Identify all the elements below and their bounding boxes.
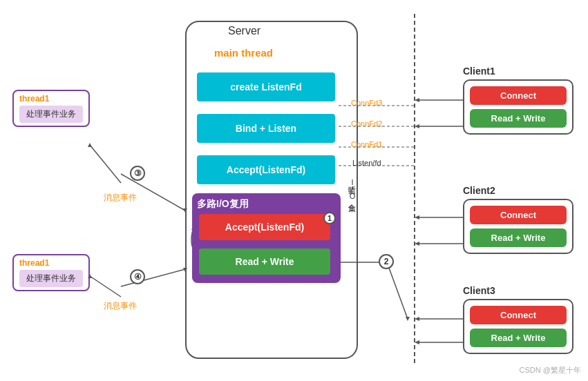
client2-box: Connect Read + Write xyxy=(463,199,573,254)
monitor-label: 监听I/O集合 xyxy=(347,181,357,196)
client3-rw: Read + Write xyxy=(470,329,567,347)
client1-box: Connect Read + Write xyxy=(463,79,573,135)
server-box xyxy=(185,21,358,359)
thread1-top-label: thread1 xyxy=(19,94,83,104)
svg-marker-14 xyxy=(415,215,419,219)
svg-marker-10 xyxy=(415,340,419,344)
msg-event-2-label: 消息事件 xyxy=(104,300,137,312)
block-create-listenfd: create ListenFd xyxy=(197,72,335,101)
client2-rw: Read + Write xyxy=(470,228,567,247)
block-bind-listen: Bind + Listen xyxy=(197,114,335,143)
svg-marker-6 xyxy=(415,124,419,128)
svg-line-19 xyxy=(90,145,121,183)
client1-connect: Connect xyxy=(470,86,567,105)
client2-section: Client2 Connect Read + Write xyxy=(463,185,573,254)
thread1-top-box: thread1 处理事件业务 xyxy=(12,90,90,127)
watermark: CSDN @繁星十年 xyxy=(520,365,581,375)
block-accept1: Accept(ListenFd) xyxy=(197,155,335,184)
client3-section: Client3 Connect Read + Write xyxy=(463,285,573,354)
circle-1: 1 xyxy=(323,212,336,224)
main-thread-label: main thread xyxy=(214,47,273,59)
svg-line-26 xyxy=(387,262,408,319)
svg-line-23 xyxy=(90,276,121,297)
multiplex-label: 多路I/O复用 xyxy=(197,198,249,211)
diagram: Server main thread create ListenFd Bind … xyxy=(0,0,588,381)
client2-title: Client2 xyxy=(463,185,573,196)
client1-title: Client1 xyxy=(463,66,573,77)
msg-event-1-label: 消息事件 xyxy=(104,192,137,204)
svg-marker-12 xyxy=(415,98,419,102)
block-read-write: Read + Write xyxy=(199,248,330,275)
listen-fd-label: Listen/fd xyxy=(352,159,381,167)
circle-3: ③ xyxy=(130,166,145,181)
thread1-top-content: 处理事件业务 xyxy=(19,106,83,123)
client2-connect: Connect xyxy=(470,206,567,224)
client1-section: Client1 Connect Read + Write xyxy=(463,66,573,135)
conn-fd3-label: ConnFd3 xyxy=(351,99,382,107)
svg-marker-20 xyxy=(88,143,92,147)
svg-marker-8 xyxy=(415,242,419,246)
client3-connect: Connect xyxy=(470,306,567,324)
thread1-bottom-content: 处理事件业务 xyxy=(19,270,83,287)
conn-fd1-label: ConnFd1 xyxy=(351,140,382,148)
thread1-bottom-label: thread1 xyxy=(19,258,83,268)
svg-marker-27 xyxy=(406,317,410,321)
circle-2: 2 xyxy=(379,254,394,269)
block-accept2: Accept(ListenFd) xyxy=(199,214,330,240)
conn-fd2-label: ConnFd2 xyxy=(351,119,382,128)
client1-rw: Read + Write xyxy=(470,109,567,128)
circle-4: ④ xyxy=(130,269,145,284)
svg-marker-16 xyxy=(415,317,419,321)
thread1-bottom-box: thread1 处理事件业务 xyxy=(12,254,90,291)
client3-title: Client3 xyxy=(463,285,573,296)
server-label: Server xyxy=(228,25,260,37)
client3-box: Connect Read + Write xyxy=(463,299,573,354)
